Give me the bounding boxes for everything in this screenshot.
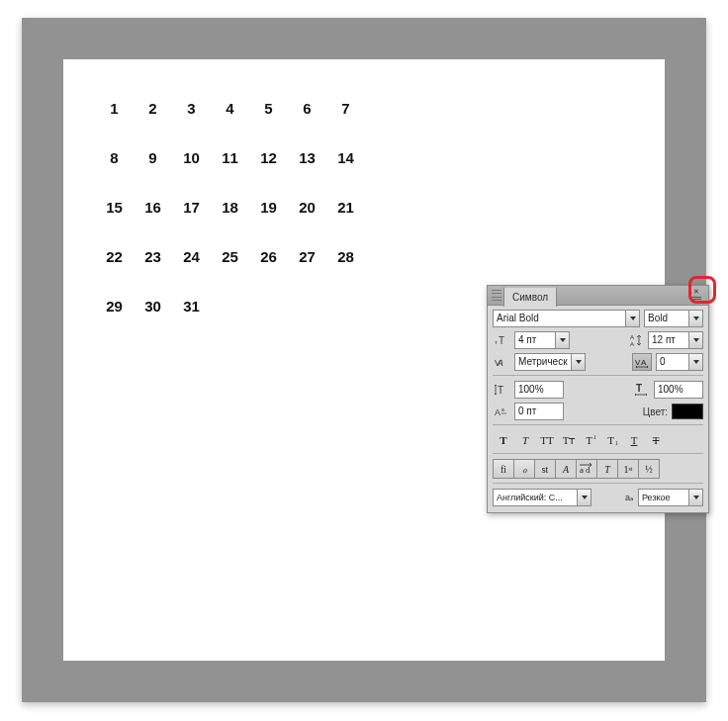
font-size-input[interactable]: 4 пт	[514, 331, 556, 349]
svg-text:A: A	[630, 341, 634, 347]
antialias-input[interactable]: Резкое	[638, 489, 689, 506]
calendar-cell: 18	[211, 198, 249, 218]
font-family-input[interactable]: Arial Bold	[493, 310, 626, 327]
calendar-cell: 17	[172, 198, 211, 218]
calendar-cell: 7	[326, 99, 365, 119]
panel-close-button[interactable]: ✕	[688, 286, 704, 306]
svg-text:т: т	[495, 339, 498, 345]
calendar-cell: 3	[172, 99, 211, 119]
font-style-input[interactable]: Bold	[644, 310, 689, 327]
calendar-row: 15 16 17 18 19 20 21	[95, 198, 365, 218]
calendar-cell: 1	[95, 99, 134, 119]
calendar-row: 1 2 3 4 5 6 7	[95, 99, 365, 119]
leading-input[interactable]: 12 пт	[648, 331, 689, 349]
grip-icon	[492, 289, 501, 303]
calendar-cell: 13	[288, 148, 326, 168]
frame-outer: 1 2 3 4 5 6 7 8 9 10 11 12 13 14 15 16 1…	[22, 18, 706, 702]
tracking-dropdown[interactable]	[689, 353, 703, 371]
svg-text:a: a	[501, 406, 504, 412]
fractions-button[interactable]: T	[596, 459, 618, 479]
calendar-cell: 14	[326, 148, 365, 168]
kerning-input[interactable]: Метрическ	[514, 353, 572, 371]
hscale-icon: T	[632, 381, 650, 399]
calendar-cell: 8	[95, 148, 134, 168]
half-button[interactable]: ½	[638, 459, 660, 479]
calendar-cell: 19	[249, 198, 288, 218]
calendar-cell: 15	[95, 198, 134, 218]
underline-button[interactable]: T	[623, 430, 645, 450]
type-styles-row: T T TT Tᴛ T1 T1 T T	[493, 430, 703, 450]
calendar-cell: 31	[172, 297, 211, 316]
calendar-cell: 30	[134, 297, 172, 316]
svg-text:a: a	[580, 465, 584, 475]
color-label: Цвет:	[643, 406, 668, 417]
svg-text:T: T	[636, 383, 642, 394]
antialias-dropdown[interactable]	[689, 489, 703, 506]
svg-text:A: A	[641, 358, 647, 367]
font-size-icon: тT	[493, 331, 510, 349]
calendar-cell: 28	[326, 247, 365, 267]
language-input[interactable]: Английский: С...	[493, 489, 578, 506]
svg-text:A: A	[495, 407, 500, 417]
aa-icon: aₐ	[625, 493, 634, 502]
calendar-cell: 25	[211, 247, 249, 267]
ligatures-button[interactable]: fi	[493, 459, 514, 479]
ordinals-button[interactable]: ad	[576, 459, 597, 479]
opentype-row: fi ℴ st A ad T 1st ½	[493, 459, 703, 479]
stylistic-button[interactable]: st	[534, 459, 556, 479]
bold-button[interactable]: T	[493, 430, 514, 450]
tracking-icon: VA	[632, 353, 652, 371]
color-swatch[interactable]	[672, 404, 703, 419]
italic-button[interactable]: T	[514, 430, 536, 450]
svg-text:A: A	[497, 358, 506, 368]
language-dropdown[interactable]	[578, 489, 592, 506]
baseline-input[interactable]: 0 пт	[514, 403, 564, 420]
calendar-grid: 1 2 3 4 5 6 7 8 9 10 11 12 13 14 15 16 1…	[95, 99, 365, 346]
smallcaps-button[interactable]: Tᴛ	[558, 430, 580, 450]
font-family-dropdown[interactable]	[626, 310, 640, 327]
calendar-row: 29 30 31	[95, 297, 365, 316]
canvas-area: 1 2 3 4 5 6 7 8 9 10 11 12 13 14 15 16 1…	[63, 59, 665, 661]
calendar-cell: 26	[249, 247, 288, 267]
baseline-icon: Aa	[493, 403, 510, 420]
calendar-cell: 23	[134, 247, 172, 267]
calendar-cell: 5	[249, 99, 288, 119]
titling-button[interactable]: A	[555, 459, 577, 479]
tracking-input[interactable]: 0	[656, 353, 689, 371]
calendar-cell: 11	[211, 148, 249, 168]
leading-dropdown[interactable]	[689, 331, 703, 349]
calendar-cell: 6	[288, 99, 326, 119]
character-panel[interactable]: Символ ✕ Arial Bold Bold	[487, 285, 709, 513]
vscale-input[interactable]: 100%	[514, 381, 564, 399]
vscale-icon: T	[493, 381, 510, 399]
svg-text:T: T	[499, 335, 504, 346]
calendar-cell: 16	[134, 198, 172, 218]
swash-button[interactable]: ℴ	[513, 459, 535, 479]
calendar-cell: 12	[249, 148, 288, 168]
font-style-dropdown[interactable]	[689, 310, 703, 327]
calendar-cell: 20	[288, 198, 326, 218]
font-size-dropdown[interactable]	[556, 331, 570, 349]
hscale-input[interactable]: 100%	[654, 381, 703, 399]
calendar-cell: 9	[134, 148, 172, 168]
svg-text:A: A	[630, 334, 634, 340]
strikethrough-button[interactable]: T	[645, 430, 667, 450]
calendar-row: 8 9 10 11 12 13 14	[95, 148, 365, 168]
calendar-cell: 29	[95, 297, 134, 316]
tab-character[interactable]: Символ	[503, 287, 557, 307]
calendar-cell: 10	[172, 148, 211, 168]
allcaps-button[interactable]: TT	[536, 430, 558, 450]
oldstyle-button[interactable]: 1st	[617, 459, 639, 479]
subscript-button[interactable]: T1	[601, 430, 623, 450]
calendar-row: 22 23 24 25 26 27 28	[95, 247, 365, 267]
calendar-cell: 24	[172, 247, 211, 267]
calendar-cell: 27	[288, 247, 326, 267]
kerning-dropdown[interactable]	[572, 353, 586, 371]
panel-header[interactable]: Символ ✕	[488, 286, 708, 306]
leading-icon: AA	[626, 331, 644, 349]
panel-body: Arial Bold Bold тT 4 пт	[488, 306, 708, 512]
menu-icon	[691, 297, 701, 302]
superscript-button[interactable]: T1	[580, 430, 601, 450]
calendar-cell: 21	[326, 198, 365, 218]
close-icon: ✕	[693, 288, 699, 295]
